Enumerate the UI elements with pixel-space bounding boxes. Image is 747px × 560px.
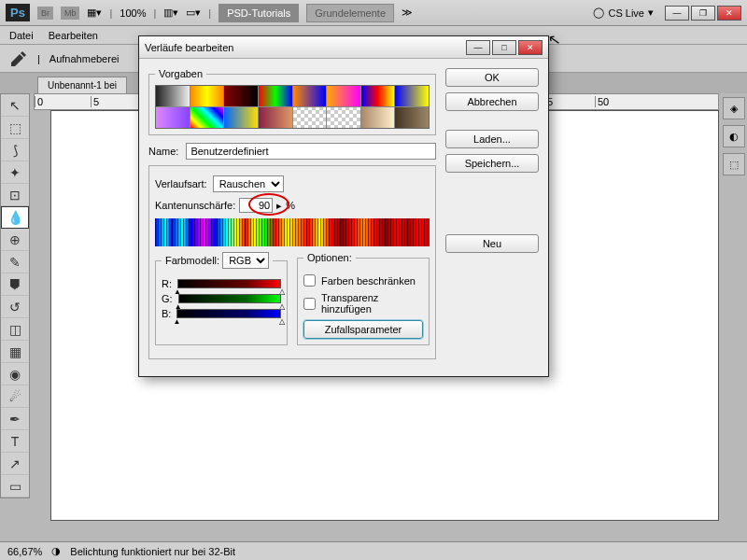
channels-icon[interactable]: ◐ — [723, 125, 745, 147]
new-button[interactable]: Neu — [445, 234, 539, 253]
options-fieldset: Optionen: Farben beschränken Transparenz… — [297, 252, 430, 345]
workspace-tab-basic[interactable]: Grundelemente — [306, 4, 394, 22]
randomize-button[interactable]: Zufallsparameter — [303, 320, 423, 339]
presets-fieldset: Vorgaben — [148, 68, 436, 135]
path-tool[interactable]: ↗ — [1, 453, 29, 475]
stamp-tool[interactable]: ⛊ — [1, 273, 29, 296]
type-select[interactable]: Rauschen — [213, 175, 284, 192]
presets-legend: Vorgaben — [155, 68, 206, 79]
preset-swatch[interactable] — [293, 107, 327, 128]
gradient-type-fieldset: Verlaufsart: Rauschen Kantenunschärfe: ▸… — [148, 165, 436, 359]
restrict-colors-checkbox[interactable]: Farben beschränken — [303, 274, 423, 287]
dialog-titlebar[interactable]: Verläufe bearbeiten — □ ✕ — [139, 36, 548, 59]
r-slider[interactable] — [177, 279, 281, 288]
r-label: R: — [162, 278, 172, 289]
roughness-stepper-icon[interactable]: ▸ — [276, 200, 282, 212]
status-zoom[interactable]: 66,67% — [7, 546, 42, 557]
status-bar: 66,67% ◑ Belichtung funktioniert nur bei… — [0, 541, 747, 560]
g-label: G: — [162, 293, 173, 304]
preset-swatch[interactable] — [361, 107, 395, 128]
preset-swatch[interactable] — [190, 86, 224, 106]
add-transparency-checkbox[interactable]: Transparenz hinzufügen — [303, 292, 423, 315]
menu-file[interactable]: Datei — [9, 30, 34, 41]
brush-tool[interactable]: ✎ — [1, 251, 29, 273]
minibridge-icon[interactable]: Mb — [61, 7, 80, 20]
eyedropper-icon — [9, 49, 28, 68]
cslive-icon: ◯ — [593, 7, 604, 19]
preset-swatch[interactable] — [190, 107, 224, 128]
preset-swatch[interactable] — [156, 86, 190, 106]
right-panels: ◈ ◐ ⬚ — [721, 93, 747, 175]
gradient-tool[interactable]: ▦ — [1, 341, 29, 363]
zoom-level[interactable]: 100% — [120, 7, 146, 19]
colormodel-select[interactable]: RGB — [222, 252, 269, 269]
type-tool[interactable]: T — [1, 430, 29, 453]
eraser-tool[interactable]: ◫ — [1, 318, 29, 341]
dialog-title: Verläufe bearbeiten — [145, 42, 466, 53]
preset-swatch[interactable] — [361, 86, 395, 106]
cancel-button[interactable]: Abbrechen — [445, 92, 539, 111]
move-tool[interactable]: ↖ — [1, 94, 29, 117]
status-info-icon: ◑ — [51, 545, 61, 557]
eyedropper-tool[interactable]: 💧 — [1, 206, 29, 229]
roughness-unit: % — [286, 200, 295, 211]
menu-edit[interactable]: Bearbeiten — [49, 30, 98, 41]
preset-swatch[interactable] — [224, 107, 258, 128]
layers-icon[interactable]: ◈ — [723, 97, 745, 119]
preset-swatch[interactable] — [327, 107, 360, 128]
roughness-input[interactable] — [239, 198, 273, 213]
close-button[interactable]: ✕ — [717, 6, 741, 21]
presets-grid — [155, 85, 430, 129]
lasso-tool[interactable]: ⟆ — [1, 139, 29, 161]
preset-swatch[interactable] — [224, 86, 258, 106]
g-slider[interactable] — [178, 294, 281, 303]
wand-tool[interactable]: ✦ — [1, 161, 29, 184]
dialog-minimize-button[interactable]: — — [466, 40, 490, 55]
preset-swatch[interactable] — [259, 107, 292, 128]
shape-tool[interactable]: ▭ — [1, 475, 29, 497]
save-button[interactable]: Speichern... — [445, 154, 539, 173]
cslive-button[interactable]: CS Live — [608, 7, 644, 19]
layout-icon[interactable]: ▭▾ — [186, 7, 201, 19]
preset-swatch[interactable] — [293, 86, 327, 106]
ok-button[interactable]: OK — [445, 68, 539, 87]
crop-tool[interactable]: ⊡ — [1, 184, 29, 206]
blur-tool[interactable]: ◉ — [1, 363, 29, 385]
gradient-preview — [155, 218, 430, 246]
history-tool[interactable]: ↺ — [1, 296, 29, 318]
preset-swatch[interactable] — [395, 86, 429, 106]
preset-swatch[interactable] — [156, 107, 190, 128]
load-button[interactable]: Laden... — [445, 130, 539, 148]
gradient-editor-dialog: Verläufe bearbeiten — □ ✕ Vorgaben Name:… — [138, 35, 549, 377]
more-icon[interactable]: ≫ — [402, 7, 413, 19]
pen-tool[interactable]: ✒ — [1, 408, 29, 430]
screen-mode-icon[interactable]: ▦▾ — [87, 7, 102, 19]
b-label: B: — [162, 308, 171, 319]
maximize-button[interactable]: ❐ — [691, 6, 715, 21]
app-logo: Ps — [6, 4, 30, 21]
tools-panel: ↖ ⬚ ⟆ ✦ ⊡ 💧 ⊕ ✎ ⛊ ↺ ◫ ▦ ◉ ☄ ✒ T ↗ ▭ — [0, 93, 30, 498]
workspace-tab-psd[interactable]: PSD-Tutorials — [218, 4, 299, 22]
options-legend: Optionen: — [303, 252, 356, 263]
bridge-icon[interactable]: Br — [37, 7, 53, 20]
roughness-label: Kantenunschärfe: — [155, 200, 235, 211]
status-message: Belichtung funktioniert nur bei 32-Bit — [70, 546, 235, 557]
marquee-tool[interactable]: ⬚ — [1, 117, 29, 139]
name-label: Name: — [148, 146, 178, 157]
paths-icon[interactable]: ⬚ — [723, 153, 745, 175]
b-slider[interactable] — [176, 309, 281, 318]
preset-swatch[interactable] — [327, 86, 360, 106]
dialog-close-button[interactable]: ✕ — [518, 40, 543, 55]
dialog-maximize-button[interactable]: □ — [492, 40, 516, 55]
preset-swatch[interactable] — [259, 86, 292, 106]
sample-label: Aufnahmeberei — [49, 53, 120, 64]
document-tab[interactable]: Unbenannt-1 bei — [37, 77, 127, 93]
arrange-icon[interactable]: ▥▾ — [163, 7, 178, 19]
type-label: Verlaufsart: — [155, 178, 207, 189]
app-menubar: Ps Br Mb ▦▾ | 100% | ▥▾ ▭▾ | PSD-Tutoria… — [0, 0, 747, 26]
dodge-tool[interactable]: ☄ — [1, 385, 29, 408]
minimize-button[interactable]: — — [665, 6, 689, 21]
name-input[interactable] — [186, 143, 436, 160]
preset-swatch[interactable] — [395, 107, 429, 128]
heal-tool[interactable]: ⊕ — [1, 229, 29, 251]
